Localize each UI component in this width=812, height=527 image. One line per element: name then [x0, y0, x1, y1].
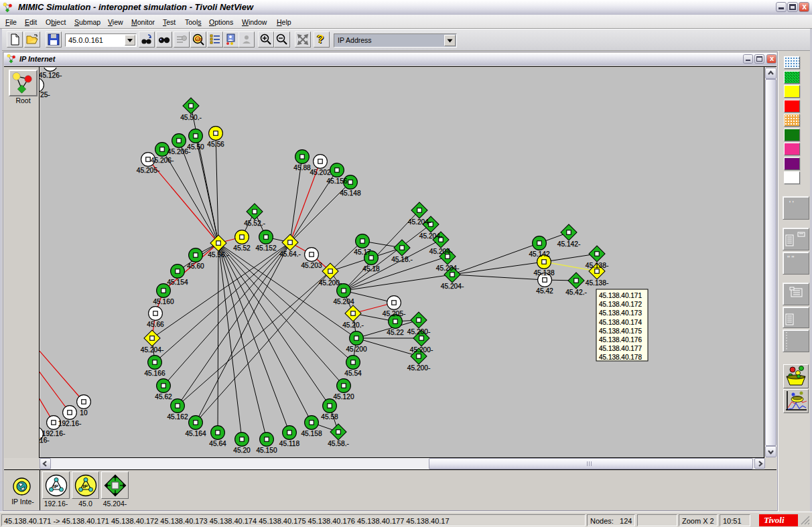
svg-text:45.158: 45.158: [301, 430, 322, 437]
svg-text:45.152: 45.152: [255, 244, 276, 252]
svg-text:45.54: 45.54: [344, 370, 362, 377]
svg-text:45.58: 45.58: [321, 413, 338, 421]
svg-text:45.42.-: 45.42.-: [565, 289, 587, 296]
svg-text:45.66: 45.66: [147, 321, 164, 328]
svg-text:45.52: 45.52: [233, 244, 251, 252]
svg-text:45.138.40.177: 45.138.40.177: [599, 345, 642, 352]
svg-text:45.20: 45.20: [233, 447, 251, 454]
svg-text:45.18.-: 45.18.-: [391, 256, 413, 263]
svg-text:45.154: 45.154: [167, 279, 188, 286]
svg-text:45.120: 45.120: [333, 393, 354, 400]
svg-text:45.18: 45.18: [362, 265, 380, 273]
svg-text:45.138: 45.138: [533, 269, 554, 277]
svg-text:45.164: 45.164: [185, 430, 206, 437]
svg-text:45.138-: 45.138-: [586, 262, 609, 269]
svg-text:45.156: 45.156: [326, 177, 347, 185]
svg-text:45.204-: 45.204-: [441, 283, 464, 290]
svg-text:45.58.-: 45.58.-: [328, 440, 349, 447]
svg-text:45.204: 45.204: [333, 298, 354, 305]
svg-text:45.200-: 45.200-: [407, 328, 431, 335]
svg-text:45.142-: 45.142-: [557, 240, 581, 248]
svg-text:192.16-: 192.16-: [42, 430, 66, 437]
svg-text:45.204-: 45.204-: [419, 232, 443, 240]
svg-text:45.205-: 45.205-: [383, 310, 406, 317]
svg-text:45.126-: 45.126-: [40, 72, 62, 79]
svg-text:45.148: 45.148: [340, 190, 360, 197]
svg-text:45.138.40.172: 45.138.40.172: [599, 301, 642, 308]
svg-text:45.203: 45.203: [301, 262, 322, 269]
svg-text:45.20.-: 45.20.-: [342, 321, 364, 329]
svg-text:45.166: 45.166: [144, 370, 165, 377]
svg-text:45.64.-: 45.64.-: [279, 250, 301, 258]
svg-text:45.138.40.175: 45.138.40.175: [599, 327, 642, 335]
svg-text:45.56.-: 45.56.-: [208, 251, 229, 258]
svg-text:45.138.40.176: 45.138.40.176: [599, 336, 642, 344]
svg-text:45.200-: 45.200-: [407, 364, 431, 372]
svg-text:192.16-: 192.16-: [58, 420, 82, 427]
svg-text:45.150: 45.150: [256, 447, 277, 454]
svg-text:45.62: 45.62: [155, 393, 172, 400]
svg-text:45.138.40.174: 45.138.40.174: [599, 319, 642, 326]
svg-text:45.138.40.178: 45.138.40.178: [599, 354, 642, 361]
svg-text:45.142: 45.142: [529, 250, 549, 258]
svg-text:MIB: MIB: [195, 37, 202, 42]
svg-text:IP: IP: [53, 483, 58, 490]
svg-text:45.200-: 45.200-: [410, 346, 433, 354]
svg-text:45.200: 45.200: [346, 346, 366, 353]
svg-text:45.205-: 45.205-: [137, 167, 160, 174]
svg-text:10: 10: [80, 409, 88, 417]
svg-text:45.60: 45.60: [187, 262, 204, 270]
svg-text:' ': ' ': [789, 200, 794, 208]
svg-text:45.52.-: 45.52.-: [244, 220, 265, 227]
svg-text:45.88: 45.88: [293, 164, 311, 171]
svg-text:45.118: 45.118: [279, 440, 300, 447]
svg-text:45.138.40.171: 45.138.40.171: [599, 292, 642, 299]
svg-text:45.202: 45.202: [310, 169, 330, 176]
svg-text:45.64: 45.64: [209, 440, 226, 447]
svg-text:16-: 16-: [40, 437, 50, 444]
svg-text:45.160: 45.160: [153, 298, 174, 305]
svg-text:45.204-: 45.204-: [141, 346, 164, 354]
svg-text:45.56: 45.56: [207, 141, 224, 148]
svg-text:25-: 25-: [40, 91, 50, 98]
svg-text:45.50: 45.50: [187, 143, 204, 151]
svg-text:'' '': '' '': [787, 255, 795, 262]
svg-text:45.138.40.173: 45.138.40.173: [599, 309, 642, 317]
svg-text:45.204-: 45.204-: [408, 218, 431, 226]
svg-text:45.204-: 45.204-: [429, 248, 453, 255]
svg-text:45.50.-: 45.50.-: [180, 114, 202, 121]
svg-text:45.42: 45.42: [536, 287, 553, 295]
svg-text:45.204-: 45.204-: [436, 265, 460, 272]
svg-text:45.206-: 45.206-: [151, 157, 174, 164]
svg-text:45.200-: 45.200-: [319, 279, 342, 287]
svg-text:IP: IP: [82, 483, 88, 490]
svg-text:45.17: 45.17: [354, 248, 371, 256]
svg-text:45.22: 45.22: [387, 329, 404, 336]
svg-text:45.138-: 45.138-: [586, 279, 609, 287]
svg-text:45.162: 45.162: [167, 413, 188, 421]
